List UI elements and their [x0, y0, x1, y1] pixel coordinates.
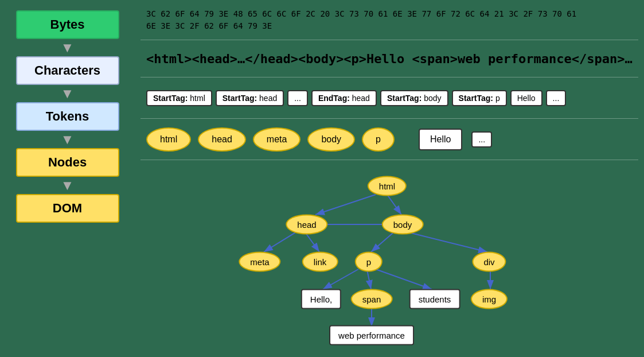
dom-node-span: span — [351, 289, 393, 309]
token-startbody: StartTag: body — [380, 90, 448, 106]
token-ellipsis2: ... — [546, 90, 567, 106]
characters-text: <html><head>…</head><body><p>Hello <span… — [146, 52, 633, 66]
bytes-label: Bytes — [50, 17, 85, 32]
svg-line-8 — [367, 270, 371, 289]
node-html: html — [146, 127, 191, 152]
arrow-nodes-dom: ▼ — [59, 177, 76, 194]
token-starthtml: StartTag: html — [146, 90, 212, 106]
svg-line-2 — [315, 195, 376, 215]
nodes-label: Nodes — [48, 155, 87, 169]
svg-line-1 — [387, 195, 401, 215]
node-body: body — [307, 127, 355, 152]
dom-node-students: students — [409, 289, 460, 309]
dom-label: DOM — [53, 201, 82, 215]
token-endhead: EndTag: head — [311, 90, 377, 106]
token-ellipsis1: ... — [287, 90, 308, 106]
dom-node-img: img — [471, 289, 508, 309]
bytes-text: 3C 62 6F 64 79 3E 48 65 6C 6C 6F 2C 20 3… — [146, 8, 576, 32]
arrow-tokens-nodes: ▼ — [59, 131, 76, 148]
content-area: 3C 62 6F 64 79 3E 48 65 6C 6C 6F 2C 20 3… — [135, 0, 644, 357]
tokens-section: StartTag: html StartTag: head ... EndTag… — [140, 77, 638, 119]
svg-line-9 — [376, 269, 432, 289]
node-ellipsis3: ... — [471, 131, 492, 148]
characters-box: Characters — [16, 56, 119, 85]
dom-node-hello: Hello, — [301, 289, 341, 309]
dom-node-html: html — [368, 176, 407, 196]
dom-node-link: link — [302, 252, 338, 272]
characters-section: <html><head>…</head><body><p>Hello <span… — [140, 40, 638, 77]
main-container: Bytes ▼ Characters ▼ Tokens ▼ Nodes ▼ DO… — [0, 0, 644, 357]
svg-line-3 — [264, 232, 296, 252]
nodes-section: html head meta body p Hello ... — [140, 119, 638, 160]
characters-label: Characters — [34, 63, 100, 77]
tokens-label: Tokens — [46, 109, 89, 123]
dom-node-p: p — [355, 252, 383, 272]
tokens-row: StartTag: html StartTag: head ... EndTag… — [146, 90, 566, 106]
node-meta: meta — [253, 127, 301, 152]
dom-node-webperf: web performance — [329, 325, 414, 346]
svg-line-7 — [323, 269, 358, 289]
token-startp: StartTag: p — [452, 90, 507, 106]
token-starthead: StartTag: head — [216, 90, 284, 106]
svg-line-6 — [411, 233, 487, 252]
dom-node-head: head — [286, 215, 327, 235]
token-hello: Hello — [510, 90, 542, 106]
bytes-section: 3C 62 6F 64 79 3E 48 65 6C 6C 6F 2C 20 3… — [140, 0, 638, 40]
arrow-chars-tokens: ▼ — [59, 85, 76, 102]
node-hello-text: Hello — [419, 129, 462, 150]
arrow-bytes-chars: ▼ — [59, 39, 76, 56]
dom-section: html head body meta link — [140, 160, 638, 357]
pipeline: Bytes ▼ Characters ▼ Tokens ▼ Nodes ▼ DO… — [0, 0, 135, 357]
nodes-box: Nodes — [16, 148, 119, 177]
node-p: p — [362, 127, 395, 152]
dom-node-meta: meta — [239, 252, 280, 272]
dom-tree: html head body meta link — [146, 163, 633, 312]
dom-node-div: div — [472, 252, 506, 272]
dom-node-body: body — [382, 215, 424, 235]
tokens-box: Tokens — [16, 102, 119, 131]
nodes-row: html head meta body p Hello ... — [146, 127, 492, 152]
svg-line-5 — [371, 233, 393, 252]
node-head: head — [198, 127, 246, 152]
svg-line-4 — [306, 233, 319, 252]
bytes-box: Bytes — [16, 10, 119, 39]
dom-box: DOM — [16, 194, 119, 223]
